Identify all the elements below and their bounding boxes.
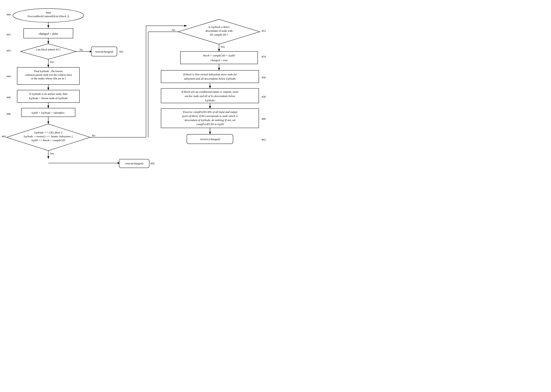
node-456 — [161, 70, 259, 83]
node-456-text2: subsystem and all descendants below lcpN… — [184, 77, 236, 80]
node-443-label: 443 — [7, 49, 11, 52]
node-449-yes: Yes — [50, 152, 54, 155]
node-460-text4: compPortECID to lcpID — [196, 123, 224, 126]
node-460-text3: descendant of lcpNode, do nothing/ If no… — [185, 119, 236, 122]
node-453-yes: Yes — [221, 45, 225, 48]
node-458-text2: anchor node and all of its descendants b… — [185, 94, 235, 98]
node-450-label: 450 — [150, 162, 155, 165]
node-449-label: 449 — [1, 135, 6, 138]
node-456-label: 456 — [262, 76, 266, 79]
start-text2: ProcessBlockContextIDList (block, l) — [27, 14, 69, 18]
node-454-text2: changed = true — [210, 59, 228, 62]
node-444-text2: common parent node (on the context tree) — [25, 73, 72, 76]
node-443-no: No — [79, 48, 83, 51]
node-442-text: changed = false — [39, 32, 58, 35]
flowchart-diagram: 440 Start ProcessBlockContextIDList (blo… — [0, 0, 275, 196]
node-453-label: 453 — [262, 29, 266, 32]
node-444-label: 444 — [7, 75, 11, 78]
node-442-label: 442 — [7, 33, 11, 36]
node-449-text2: lcpNode ->owner() == Atomic Subsystem || — [24, 135, 73, 138]
node-460-text2: ports of block. If ID corresponds to nod… — [182, 114, 238, 118]
node-446-text2: lcpNode = Parent node of lcpNode — [29, 97, 68, 100]
node-454-text1: block-> compECID = lcpID — [203, 54, 235, 57]
node-453-text1: Is lcpNode a direct — [208, 25, 229, 28]
node-458-text3: lcpNode/ — [205, 99, 215, 102]
node-444-text1: Find lcpNode , the lowest — [34, 70, 63, 73]
node-462-label: 462 — [262, 138, 266, 141]
node-454-label: 454 — [262, 55, 266, 58]
node-446-text1: If lcpNode is an anchor node, then — [29, 92, 68, 96]
node-454 — [180, 51, 258, 64]
node-453-text3: ID compECID ? — [210, 33, 228, 36]
node-449-text1: lcpNode == CID_Root || — [34, 131, 62, 134]
node-446 — [17, 90, 79, 103]
node-440-label: 440 — [7, 13, 11, 16]
node-443-text1: Can block inherit EC? — [36, 48, 61, 51]
node-452-label: 452 — [119, 50, 123, 53]
node-449-text3: lcpID == block-> compECID — [32, 139, 65, 142]
node-443 — [20, 44, 76, 59]
node-458-label: 458 — [262, 95, 266, 98]
node-462-text: retrurn (changed) — [200, 138, 220, 141]
node-449-no: No — [92, 134, 95, 137]
node-460-text1: Traverse compPortECIDs of all input and … — [183, 110, 237, 113]
node-450-text: return(changed) — [125, 162, 143, 165]
node-453-no: No — [172, 28, 175, 32]
start-text1: Start — [46, 11, 51, 14]
node-453-text2: descendant of node with — [206, 29, 233, 32]
node-446-label: 446 — [7, 96, 11, 99]
node-456-text1: If block is Non-virtual Subsystem move n… — [183, 73, 237, 76]
node-448-label: 448 — [7, 112, 11, 115]
node-444-text3: of the nodes whose IDs are in l — [31, 77, 66, 80]
node-448-text: lcpID = lcpNode ->identifier; — [32, 111, 65, 114]
node-452-text: return(changed) — [95, 50, 113, 53]
node-458-text1: If block sets up conditional inputs or o… — [181, 90, 239, 93]
node-443-yes: Yes — [50, 60, 54, 63]
node-460-label: 460 — [262, 117, 266, 120]
